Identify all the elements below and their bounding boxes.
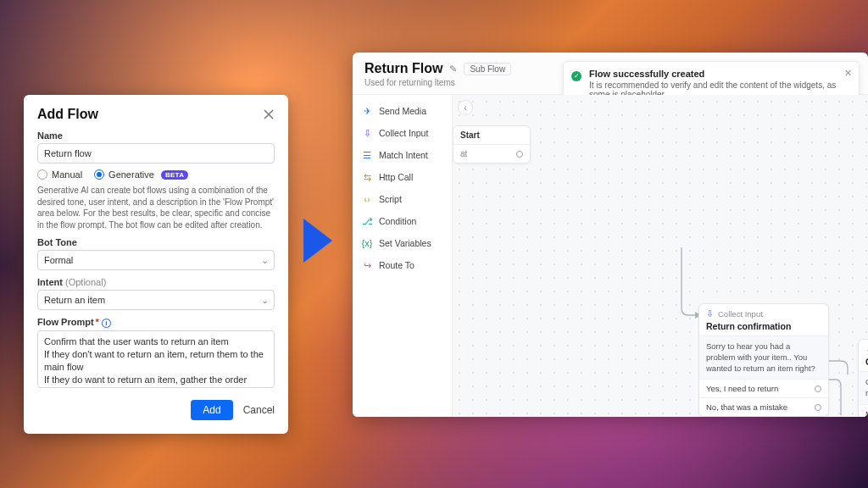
widget-icon: ‹› bbox=[361, 193, 373, 205]
modal-title: Add Flow bbox=[37, 107, 98, 122]
info-icon[interactable]: i bbox=[102, 319, 111, 328]
start-node-title: Start bbox=[453, 126, 530, 145]
toast-title: Flow successfully created bbox=[589, 69, 838, 79]
sidebar-item-match-intent[interactable]: ☰Match Intent bbox=[353, 144, 452, 166]
widget-icon: ⎇ bbox=[361, 215, 373, 227]
add-button[interactable]: Add bbox=[191, 400, 232, 420]
order-number-node[interactable]: ⇩Collect Input Order number ch Okay grea… bbox=[858, 339, 868, 417]
close-icon[interactable] bbox=[263, 108, 275, 120]
mode-manual[interactable]: Manual bbox=[37, 169, 82, 180]
widget-icon: ⇩ bbox=[361, 127, 373, 139]
node-body: Okay great, what is yo number? bbox=[859, 372, 868, 405]
bot-tone-select[interactable] bbox=[37, 250, 275, 270]
collect-input-icon: ⇩ bbox=[706, 308, 714, 319]
widget-icon: ✈ bbox=[361, 105, 373, 117]
flow-prompt-textarea[interactable]: Confirm that the user wants to return an… bbox=[37, 330, 275, 388]
flow-canvas[interactable]: ‹ Start at ⇩Collect Input Return confirm… bbox=[453, 95, 868, 417]
node-body: Sorry to hear you had a problem with you… bbox=[699, 336, 828, 380]
node-title: Return confirmation bbox=[699, 321, 828, 336]
widget-icon: {x} bbox=[361, 237, 373, 249]
widget-icon: ⇆ bbox=[361, 171, 373, 183]
flow-title: Return Flow bbox=[364, 61, 442, 76]
add-flow-modal: Add Flow Name Manual GenerativeBETA Gene… bbox=[24, 95, 288, 434]
flow-prompt-label: Flow Prompt*i bbox=[37, 317, 275, 328]
option-next[interactable]: Next Step bbox=[859, 405, 868, 417]
name-input[interactable] bbox=[37, 143, 275, 164]
sidebar-item-collect-input[interactable]: ⇩Collect Input bbox=[353, 122, 452, 144]
return-confirmation-node[interactable]: ⇩Collect Input Return confirmation Sorry… bbox=[698, 303, 829, 417]
flow-description: Used for returning items bbox=[364, 78, 511, 87]
intent-label: Intent (Optional) bbox=[37, 277, 275, 287]
sidebar-item-set-variables[interactable]: {x}Set Variables bbox=[353, 232, 452, 254]
start-node[interactable]: Start at bbox=[453, 125, 531, 164]
intent-select[interactable] bbox=[37, 290, 275, 310]
sidebar-item-send-media[interactable]: ✈Send Media bbox=[353, 100, 452, 122]
sidebar-item-route-to[interactable]: ↪Route To bbox=[353, 254, 452, 276]
back-chevron-icon[interactable]: ‹ bbox=[458, 100, 473, 115]
generative-help-text: Generative AI can create bot flows using… bbox=[37, 185, 275, 230]
output-port[interactable] bbox=[815, 385, 821, 392]
beta-badge: BETA bbox=[161, 170, 188, 180]
check-icon: ✓ bbox=[571, 71, 581, 81]
mode-generative[interactable]: GenerativeBETA bbox=[94, 169, 188, 180]
output-port[interactable] bbox=[516, 151, 523, 158]
flow-builder-window: Return Flow ✎ Sub Flow Used for returnin… bbox=[353, 53, 868, 417]
cancel-button[interactable]: Cancel bbox=[243, 404, 275, 416]
sidebar-item-condition[interactable]: ⎇Condition bbox=[353, 210, 452, 232]
option-no[interactable]: No, that was a mistake bbox=[699, 398, 828, 416]
name-label: Name bbox=[37, 130, 275, 141]
subflow-chip: Sub Flow bbox=[464, 63, 511, 75]
node-title: Order number ch bbox=[859, 357, 868, 372]
widget-icon: ↪ bbox=[361, 259, 373, 271]
widget-sidebar: ✈Send Media⇩Collect Input☰Match Intent⇆H… bbox=[353, 95, 453, 417]
bot-tone-label: Bot Tone bbox=[37, 237, 275, 247]
arrow-icon bbox=[303, 219, 332, 263]
mode-radio-group: Manual GenerativeBETA bbox=[37, 169, 275, 180]
sidebar-item-script[interactable]: ‹›Script bbox=[353, 188, 452, 210]
output-port[interactable] bbox=[815, 404, 821, 411]
sidebar-item-http-call[interactable]: ⇆Http Call bbox=[353, 166, 452, 188]
option-yes[interactable]: Yes, I need to return bbox=[699, 380, 828, 398]
close-icon[interactable]: ✕ bbox=[844, 69, 852, 78]
widget-icon: ☰ bbox=[361, 149, 373, 161]
pencil-icon[interactable]: ✎ bbox=[449, 64, 457, 74]
